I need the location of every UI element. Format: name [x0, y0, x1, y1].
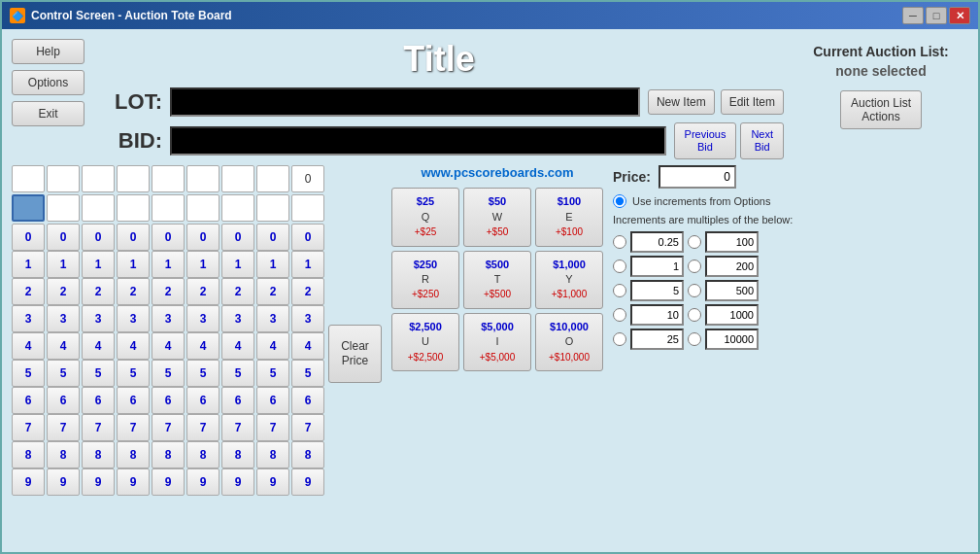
increment-left-input-2[interactable]	[630, 280, 684, 301]
numpad-display-5[interactable]	[152, 165, 185, 192]
numpad-cell-7-8[interactable]: 7	[291, 414, 324, 441]
price-btn-4[interactable]: $500T+$500	[463, 251, 531, 309]
numpad-cell-9-1[interactable]: 9	[47, 468, 80, 496]
numpad-cell-1-0[interactable]: 1	[12, 251, 45, 278]
clear-price-button[interactable]: ClearPrice	[328, 325, 382, 383]
numpad-cell-8-4[interactable]: 8	[152, 441, 185, 468]
increment-right-input-3[interactable]	[705, 304, 759, 326]
numpad-cell-7-0[interactable]: 7	[12, 414, 45, 441]
numpad-cell-6-0[interactable]: 6	[12, 387, 45, 414]
numpad-cell-2-5[interactable]: 2	[186, 278, 220, 305]
numpad-selected-7[interactable]	[221, 194, 254, 222]
numpad-cell-5-2[interactable]: 5	[82, 360, 115, 387]
numpad-cell-9-4[interactable]: 9	[152, 468, 185, 496]
options-button[interactable]: Options	[12, 70, 84, 95]
numpad-cell-4-1[interactable]: 4	[47, 332, 80, 360]
numpad-cell-8-0[interactable]: 8	[12, 441, 45, 468]
numpad-cell-2-1[interactable]: 2	[47, 278, 80, 305]
help-button[interactable]: Help	[12, 39, 84, 64]
increment-right-input-2[interactable]	[705, 280, 759, 301]
radio-right-3[interactable]	[688, 308, 701, 322]
numpad-cell-4-0[interactable]: 4	[12, 332, 45, 360]
numpad-cell-7-6[interactable]: 7	[221, 414, 254, 441]
numpad-selected-1[interactable]	[12, 194, 45, 222]
numpad-cell-7-7[interactable]: 7	[256, 414, 289, 441]
price-btn-7[interactable]: $5,000I+$5,000	[463, 313, 531, 371]
radio-right-2[interactable]	[688, 284, 701, 297]
numpad-selected-8[interactable]	[256, 194, 289, 222]
numpad-cell-2-8[interactable]: 2	[291, 278, 324, 305]
numpad-cell-0-8[interactable]: 0	[291, 224, 324, 251]
numpad-cell-3-4[interactable]: 3	[152, 305, 185, 332]
numpad-selected-4[interactable]	[117, 194, 150, 222]
numpad-cell-6-6[interactable]: 6	[221, 387, 254, 414]
price-btn-1[interactable]: $50W+$50	[463, 188, 531, 246]
numpad-cell-7-3[interactable]: 7	[117, 414, 150, 441]
edit-item-button[interactable]: Edit Item	[721, 89, 784, 115]
numpad-cell-3-3[interactable]: 3	[117, 305, 150, 332]
numpad-cell-8-6[interactable]: 8	[221, 441, 254, 468]
price-btn-8[interactable]: $10,000O+$10,000	[535, 313, 603, 371]
numpad-cell-8-2[interactable]: 8	[82, 441, 115, 468]
numpad-cell-2-3[interactable]: 2	[117, 278, 150, 305]
numpad-cell-6-2[interactable]: 6	[82, 387, 115, 414]
numpad-cell-1-1[interactable]: 1	[47, 251, 80, 278]
numpad-cell-8-3[interactable]: 8	[117, 441, 150, 468]
numpad-selected-2[interactable]	[47, 194, 80, 222]
numpad-cell-5-5[interactable]: 5	[186, 360, 220, 387]
minimize-button[interactable]: ─	[902, 7, 924, 24]
numpad-cell-1-3[interactable]: 1	[117, 251, 150, 278]
numpad-cell-6-7[interactable]: 6	[256, 387, 289, 414]
numpad-cell-5-7[interactable]: 5	[256, 360, 289, 387]
numpad-cell-2-4[interactable]: 2	[152, 278, 185, 305]
bid-input[interactable]	[170, 126, 666, 156]
numpad-cell-4-7[interactable]: 4	[256, 332, 289, 360]
numpad-cell-9-0[interactable]: 9	[12, 468, 45, 496]
numpad-cell-6-1[interactable]: 6	[47, 387, 80, 414]
radio-left-0[interactable]	[613, 235, 626, 249]
auction-list-actions-button[interactable]: Auction ListActions	[840, 90, 922, 129]
numpad-cell-3-5[interactable]: 3	[186, 305, 220, 332]
price-btn-5[interactable]: $1,000Y+$1,000	[535, 251, 603, 309]
numpad-cell-9-7[interactable]: 9	[256, 468, 289, 496]
numpad-cell-9-6[interactable]: 9	[221, 468, 254, 496]
numpad-cell-1-6[interactable]: 1	[221, 251, 254, 278]
radio-left-1[interactable]	[613, 260, 626, 273]
numpad-cell-0-0[interactable]: 0	[12, 224, 45, 251]
price-btn-2[interactable]: $100E+$100	[535, 188, 603, 246]
radio-left-2[interactable]	[613, 284, 626, 297]
numpad-cell-3-0[interactable]: 3	[12, 305, 45, 332]
numpad-cell-8-1[interactable]: 8	[47, 441, 80, 468]
numpad-cell-0-5[interactable]: 0	[186, 224, 220, 251]
next-bid-button[interactable]: NextBid	[740, 122, 784, 159]
increment-left-input-0[interactable]	[630, 231, 684, 253]
numpad-cell-0-7[interactable]: 0	[256, 224, 289, 251]
numpad-cell-6-4[interactable]: 6	[152, 387, 185, 414]
increment-right-input-4[interactable]	[705, 329, 759, 350]
numpad-cell-7-2[interactable]: 7	[82, 414, 115, 441]
numpad-cell-7-5[interactable]: 7	[186, 414, 220, 441]
numpad-cell-9-2[interactable]: 9	[82, 468, 115, 496]
numpad-cell-2-0[interactable]: 2	[12, 278, 45, 305]
numpad-cell-3-7[interactable]: 3	[256, 305, 289, 332]
new-item-button[interactable]: New Item	[648, 89, 715, 115]
numpad-cell-9-8[interactable]: 9	[291, 468, 324, 496]
numpad-cell-8-8[interactable]: 8	[291, 441, 324, 468]
previous-bid-button[interactable]: PreviousBid	[674, 122, 737, 159]
numpad-cell-3-1[interactable]: 3	[47, 305, 80, 332]
numpad-cell-4-4[interactable]: 4	[152, 332, 185, 360]
exit-button[interactable]: Exit	[12, 101, 84, 126]
lot-input[interactable]	[170, 87, 640, 117]
numpad-cell-5-4[interactable]: 5	[152, 360, 185, 387]
maximize-button[interactable]: □	[926, 7, 947, 24]
numpad-cell-1-7[interactable]: 1	[256, 251, 289, 278]
numpad-cell-6-3[interactable]: 6	[117, 387, 150, 414]
price-btn-3[interactable]: $250R+$250	[391, 251, 459, 309]
numpad-cell-5-8[interactable]: 5	[291, 360, 324, 387]
numpad-display-1[interactable]	[12, 165, 45, 192]
radio-right-0[interactable]	[688, 235, 701, 249]
numpad-cell-1-4[interactable]: 1	[152, 251, 185, 278]
numpad-cell-1-8[interactable]: 1	[291, 251, 324, 278]
numpad-display-4[interactable]	[117, 165, 150, 192]
numpad-display-6[interactable]	[186, 165, 220, 192]
